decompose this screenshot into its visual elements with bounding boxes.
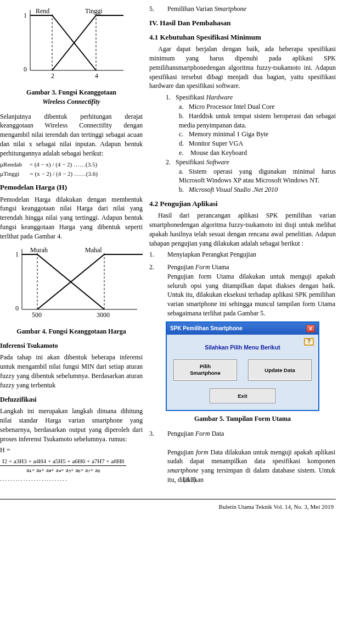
close-icon[interactable]: X: [306, 325, 315, 332]
svg-text:Rend: Rend: [36, 7, 49, 15]
fig3-caption: Gambar 3. Fungsi Keanggotaan Wireless Co…: [0, 88, 143, 107]
svg-text:Mahal: Mahal: [85, 246, 102, 254]
app-titlebar: SPK Pemilihan Smartphone X: [167, 323, 318, 335]
page: 1 0 2 4 Rend Tinggi Gambar 3. Fungsi Kea…: [0, 4, 336, 488]
svg-text:4: 4: [95, 72, 98, 80]
heading-pemodelan-harga: Pemodelan Harga (H): [0, 182, 143, 192]
item-5: 5. Pemilihan Varian Smartphone: [149, 4, 336, 14]
heading-defuzz: Defuzzifikasi: [0, 395, 143, 404]
step-3: 3. Pengujian Form Data Pengujian form Da…: [149, 429, 336, 485]
left-column: 1 0 2 4 Rend Tinggi Gambar 3. Fungsi Kea…: [0, 4, 143, 488]
svg-text:1: 1: [24, 12, 27, 19]
chart-harga: 1 0 500 3000 Murah Mahal: [0, 243, 143, 326]
help-icon[interactable]: ?: [304, 338, 314, 346]
para-defuzz: Langkah ini merupakan langkah dimana dih…: [0, 407, 143, 443]
spec-list: 1.Spesifikasi Hardware a.Micro Processor…: [166, 93, 336, 195]
spec-sw: 2.Spesifikasi Software a.Sistem operasi …: [166, 158, 336, 195]
heading-4-1: 4.1 Kebutuhan Spesifikasi Minimum: [149, 32, 336, 42]
fig3-caption-line2: Wireless Connectifity: [42, 98, 100, 106]
heading-inferensi: Inferensi Tsukamoto: [0, 341, 143, 351]
mu-rendah: µRendah = (4 − x) / (4 − 2) ……(3.5): [0, 160, 143, 169]
right-column: 5. Pemilihan Varian Smartphone IV. Hasil…: [149, 4, 336, 488]
mu-tinggi: µTinggi = (x − 2) / (4 − 2) ……(3.6): [0, 170, 143, 178]
para-wireless: Selanjutnya dibentuk perhitungan derajat…: [0, 112, 143, 158]
app-window: SPK Pemilihan Smartphone X ? Silahkan Pi…: [166, 321, 319, 411]
hw-a: a.Micro Processor Intel Dual Core: [179, 102, 336, 112]
formula-eq-ref: (3.7): [183, 476, 196, 484]
heading-iv: IV. Hasil Dan Pembahasan: [149, 18, 336, 28]
formula-den: a₁+ a₂+ a₃+ a₄+ a₅+ a₆+ a₇+ a₈: [0, 466, 126, 474]
para-4-1: Agar dapat berjalan dengan baik, ada beb…: [149, 45, 336, 91]
heading-4-2: 4.2 Pengujian Aplikasi: [149, 199, 336, 209]
fig4-caption: Gambar 4. Fungsi Keanggotaan Harga: [0, 327, 143, 336]
app-menu-label: Silahkan Pilih Menu Berikut: [173, 343, 312, 352]
svg-text:Murah: Murah: [30, 246, 48, 254]
fig3-caption-line1: Gambar 3. Fungsi Keanggotaan: [26, 88, 116, 96]
svg-text:0: 0: [24, 65, 27, 73]
formula-fraction: I2 + a3H3 + a4H4 + a5H5 + a6H6 + a7H7 + …: [0, 457, 143, 483]
fig5-caption: Gambar 5. Tampilan Form Utama: [149, 414, 336, 424]
hw-d: d.Monitor Super VGA: [179, 139, 336, 148]
pilih-smartphone-button[interactable]: PilihSmartphone: [173, 359, 237, 381]
para-4-2: Hasil dari perancangan aplikasi SPK pemi…: [149, 211, 336, 248]
page-footer: Buletin Utama Teknik Vol. 14, No. 3, Mei…: [0, 499, 336, 511]
formula-dots: ..........................: [0, 475, 68, 482]
para-harga: Pemodelan Harga dilakukan dengan membent…: [0, 195, 143, 241]
formula-num: I2 + a3H3 + a4H4 + a5H5 + a6H6 + a7H7 + …: [0, 457, 126, 466]
step-2: 2. Pengujian Form Utama Pengujian form U…: [149, 263, 336, 318]
para-inferensi: Pada tahap ini akan dibentuk beberapa in…: [0, 353, 143, 390]
formula-H: H =: [0, 446, 143, 455]
app-title: SPK Pemilihan Smartphone: [170, 325, 243, 332]
svg-text:2: 2: [51, 72, 54, 80]
svg-text:0: 0: [15, 304, 19, 312]
update-data-button[interactable]: Update Data: [248, 359, 312, 381]
svg-text:500: 500: [32, 311, 42, 319]
hw-b: b.Harddisk untuk tempat sistem beroperas…: [179, 112, 336, 130]
chart-wireless-connectivity: 1 0 2 4 Rend Tinggi: [8, 4, 134, 87]
sw-a: a.Sistem operasi yang digunakan minimal …: [179, 167, 336, 186]
app-body: ? Silahkan Pilih Menu Berikut PilihSmart…: [167, 335, 318, 410]
hw-c: c.Memory minimal 1 Giga Byte: [179, 130, 336, 139]
svg-text:1: 1: [15, 251, 19, 258]
sw-b: b.Microsoft Visual Studio .Net 2010: [179, 185, 336, 195]
svg-text:Tinggi: Tinggi: [85, 7, 103, 15]
spec-hw: 1.Spesifikasi Hardware a.Micro Processor…: [166, 93, 336, 158]
exit-button[interactable]: Exit: [210, 388, 275, 403]
step-1: 1. Menyiapkan Perangkat Pengujian: [149, 250, 336, 259]
hw-e: e. Mouse dan Keyboard: [179, 148, 336, 158]
svg-text:3000: 3000: [97, 311, 110, 319]
